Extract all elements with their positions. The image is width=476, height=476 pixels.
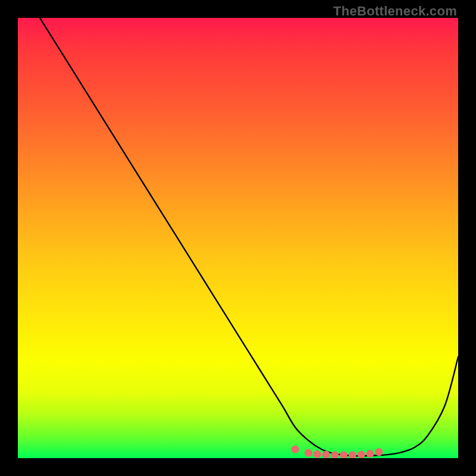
highlight-dot — [340, 451, 347, 458]
highlight-dot — [358, 451, 365, 458]
highlight-dot — [331, 451, 339, 458]
highlight-dot — [305, 449, 312, 457]
chart-area — [18, 18, 458, 458]
highlight-dot — [349, 451, 356, 458]
highlight-dot — [314, 450, 321, 458]
highlight-dots — [18, 18, 458, 458]
highlight-dot — [367, 450, 374, 458]
highlight-dot — [322, 451, 330, 458]
highlight-dot — [292, 446, 299, 453]
watermark-text: TheBottleneck.com — [333, 4, 457, 19]
highlight-dot — [375, 448, 383, 456]
